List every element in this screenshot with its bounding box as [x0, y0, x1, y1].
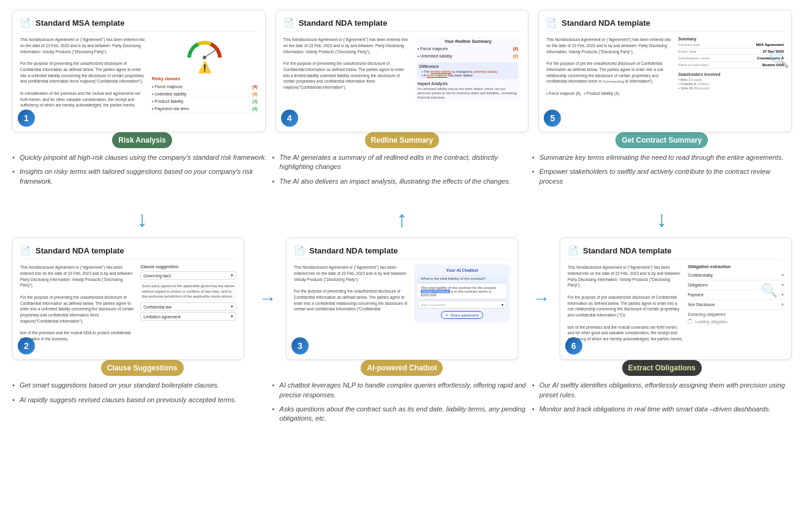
risk-items-panel: Risky clauses • Force majeure (9) • Unli… [152, 77, 258, 113]
stakeholders-title: Stakeholders Involved [678, 72, 784, 77]
impact-section: Impact Analysis An unlimited liability c… [418, 81, 519, 100]
summary-with-search: Summary Contract type NDA Agreement Expi… [678, 37, 784, 69]
summary-label-3: Counterparty name [678, 56, 709, 60]
card-1-text: This Nondisclosure Agreement or ("Agreem… [20, 37, 147, 113]
clause-suggestions-label[interactable]: Clause Suggestions [101, 360, 184, 376]
obligation-item-1: Confidentiality ▾ [688, 271, 784, 280]
stakeholder-2: • Charles K (Admin) [678, 82, 784, 86]
col-6-label-area: Extract Obligations [532, 360, 792, 376]
chatbot-ui: Your AI Chatbot What is the total liabil… [414, 264, 510, 323]
card-4-header: 📄 Standard NDA template [284, 18, 521, 32]
col-3-label-area: Get Contract Summary [532, 132, 792, 148]
arrow-icon-down-1: ↓ [137, 201, 148, 238]
step-badge-1: 1 [18, 110, 35, 127]
top-cards-row: 📄 Standard MSA template This Nondisclosu… [0, 0, 804, 132]
ask-input-field[interactable]: Ask a Question ▾ [418, 301, 506, 309]
dropdown-label-3: Limitation agreement [143, 315, 181, 319]
redline-name-2: • Unlimited liability [418, 54, 453, 58]
obligation-title: Obligation extraction [688, 264, 784, 269]
card-4-redline: 📄 Standard NDA template This Nondisclosu… [276, 10, 529, 132]
card-2-clause-panel: Clause suggestion Governing law2 ▾ Each … [140, 264, 236, 342]
bullets-col-5: AI chatbot leverages NLP to handle compl… [272, 381, 532, 429]
chatbot-bullet-2: Asks questions about the contract such a… [272, 405, 532, 424]
risk-name-1: • Force majeure [152, 84, 182, 89]
summary-val-4: Boston USA [762, 63, 784, 67]
redline-name-1: • Force majeure [418, 47, 448, 51]
clause-bullet-2: AI rapidly suggests revised clauses base… [12, 395, 272, 405]
doc-icon-5: 📄 [546, 18, 557, 28]
bullets-col-3: Summarize key terms eliminating the need… [532, 153, 792, 191]
obligation-item-4: Non Disclosure ▾ [688, 300, 784, 310]
card-4-text: This Nondisclosure Agreement or ("Agreem… [284, 37, 410, 102]
risk-analysis-label[interactable]: Risk Analysis [112, 132, 172, 148]
arrow-down-3: ↓ [532, 201, 792, 238]
summary-val-3: Counterparty A [757, 56, 784, 60]
chatbot-bullet-1: AI chatbot leverages NLP to handle compl… [272, 381, 532, 400]
obligation-chevron-1: ▾ [781, 272, 784, 278]
share-icon: ↗ [445, 313, 448, 317]
obligation-extraction-panel: 🔍 Obligation extraction Confidentiality … [688, 264, 784, 324]
share-label: Share agreement [450, 313, 478, 317]
step-badge-6: 6 [565, 337, 582, 354]
summary-label-4: Place of execution [678, 63, 708, 67]
card-6-obligation-panel: 🔍 Obligation extraction Confidentiality … [688, 264, 784, 342]
card-6-text: This Nondisclosure Agreement or ("Agreem… [568, 264, 683, 342]
summary-label-2: Expiry date [678, 50, 696, 53]
bottom-labels-row: Clause Suggestions AI-powered Chatbot Ex… [0, 360, 804, 381]
card-2-body: This Nondisclosure Agreement or ("Agreem… [20, 264, 236, 342]
redline-summary-panel: Your Redline Summary • Force majeure (8)… [415, 37, 521, 102]
dropdown-chevron-1: ▾ [231, 273, 233, 278]
summary-bullet-1: Summarize key terms eliminating the need… [532, 153, 792, 162]
redline-risk-1: • Force majeure (8) [418, 45, 519, 53]
obligation-chevron-2: ▾ [781, 282, 784, 288]
page-container: 📄 Standard MSA template This Nondisclosu… [0, 0, 804, 438]
risk-count-2: (8) [252, 92, 258, 96]
clause-panel-title: Clause suggestion [140, 264, 236, 269]
redline-count-1: (8) [513, 47, 519, 51]
risk-item-3: • Product liability (3) [152, 98, 258, 105]
arrow-icon-right-2: → [533, 289, 550, 309]
difference-section: Difference • The limited liability is ch… [418, 62, 519, 79]
risk-item-4: • Payment risk term (3) [152, 105, 258, 113]
redline-summary-label[interactable]: Redline Summary [365, 132, 439, 148]
col-5-label-area: AI-powered Chatbot [272, 360, 532, 376]
ai-chatbot-label[interactable]: AI-powered Chatbot [361, 360, 443, 376]
obligation-chevron-4: ▾ [781, 302, 784, 307]
impact-text: An unlimited liability clause has been a… [418, 87, 519, 100]
card-2-clause: 📄 Standard NDA template This Nondisclosu… [12, 238, 244, 360]
summary-row-3: Counterparty name Counterparty A [678, 56, 784, 62]
doc-icon-6: 📄 [568, 245, 578, 255]
card-2-header: 📄 Standard NDA template [20, 245, 236, 260]
risk-name-3: • Product liability [152, 99, 183, 103]
bullets-col-1: Quickly pinpoint all high-risk clauses u… [12, 153, 272, 191]
card-2-text: This Nondisclosure Agreement or ("Agreem… [20, 264, 135, 342]
obligation-name-4: Non Disclosure [688, 302, 715, 307]
clause-body-text: Each party agrees to the applicable gove… [140, 282, 236, 301]
clause-dropdown-1[interactable]: Governing law2 ▾ [140, 271, 236, 280]
dropdown-chevron-3: ▾ [231, 314, 233, 319]
risk-item-2: • Unlimited liability (8) [152, 91, 258, 98]
obligation-name-1: Confidentiality [688, 273, 713, 277]
impact-title: Impact Analysis [418, 81, 519, 86]
clause-bullet-1: Get smart suggestions based on your stan… [12, 381, 272, 390]
obligations-bullet-1: Our AI swiftly identifies obligations, e… [532, 381, 792, 400]
card-3-chatbot: 📄 Standard NDA template This Nondisclosu… [286, 238, 518, 360]
chat-question-bubble: What is the total liability of the contr… [418, 275, 506, 282]
risk-panel-title: Risky clauses [152, 77, 258, 81]
card-4-title: Standard NDA template [299, 18, 388, 28]
clause-dropdown-2[interactable]: Confidential law ▾ [140, 302, 236, 311]
loading-label: Loading obligation [695, 320, 727, 324]
card-6-header: 📄 Standard NDA template [568, 245, 784, 260]
doc-icon-1: 📄 [20, 18, 31, 28]
svg-line-1 [205, 49, 217, 58]
arrow-right-1: → [249, 238, 286, 360]
redline-bullet-1: The AI generates a summary of all redlin… [272, 153, 532, 172]
card-4-body: This Nondisclosure Agreement or ("Agreem… [284, 37, 521, 102]
extract-obligations-label[interactable]: Extract Obligations [622, 360, 702, 376]
clause-dropdown-3[interactable]: Limitation agreement ▾ [140, 312, 236, 321]
risk-count-4: (3) [252, 107, 258, 111]
obligation-chevron-3: ▾ [781, 292, 784, 298]
risk-count-3: (3) [252, 99, 258, 103]
contract-summary-label[interactable]: Get Contract Summary [615, 132, 708, 148]
share-agreement-btn[interactable]: ↗ Share agreement [441, 311, 483, 319]
